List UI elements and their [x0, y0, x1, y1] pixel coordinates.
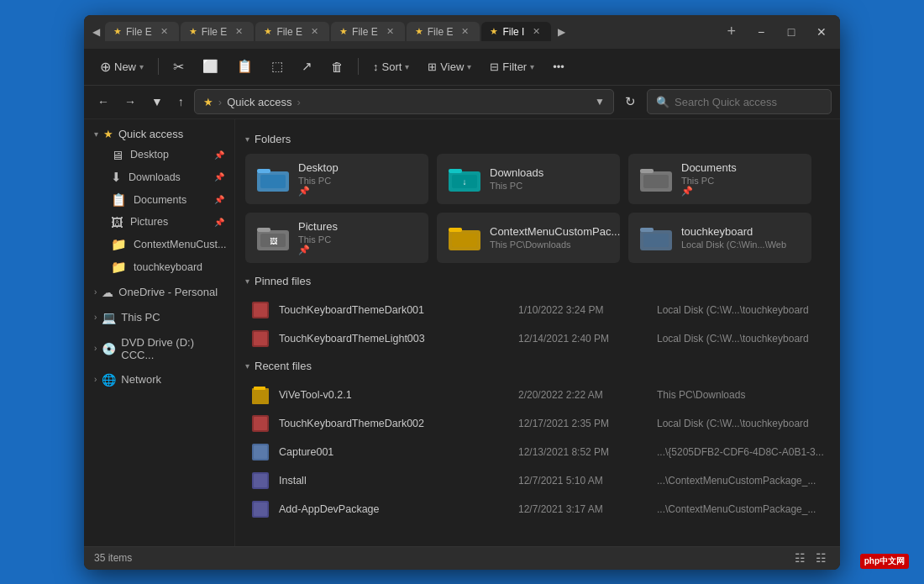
tab-6-close[interactable]: ✕ — [530, 25, 543, 38]
dvd-label: DVD Drive (D:) CCC... — [121, 336, 224, 361]
recent-file-row-1[interactable]: ViVeTool-v0.2.1 2/20/2022 2:22 AM This P… — [245, 381, 830, 409]
tab-1-close[interactable]: ✕ — [158, 25, 171, 38]
close-button[interactable]: ✕ — [806, 18, 837, 45]
tab-star-icon: ★ — [189, 26, 197, 37]
downloads-icon: ⬇ — [111, 170, 122, 185]
sidebar-item-documents[interactable]: 📋 Documents 📌 — [87, 189, 231, 211]
svg-rect-25 — [254, 387, 265, 390]
folder-documents-name: Documents — [681, 161, 801, 174]
cut-button[interactable]: ✂ — [165, 55, 192, 79]
quick-access-header[interactable]: ▾ ★ Quick access — [87, 124, 231, 144]
tab-4-label: File E — [352, 26, 378, 38]
folders-section-header[interactable]: ▾ Folders — [245, 133, 830, 145]
search-input[interactable] — [675, 96, 822, 108]
maximize-button[interactable]: □ — [776, 18, 806, 45]
pinned-file-row-2[interactable]: TouchKeyboardThemeLight003 12/14/2021 2:… — [245, 324, 830, 353]
list-view-button[interactable]: ☷ — [791, 550, 809, 566]
dvd-section: › 💿 DVD Drive (D:) CCC... — [84, 332, 234, 366]
folder-downloads[interactable]: ↓ Downloads This PC — [437, 154, 620, 204]
pinned-section-header[interactable]: ▾ Pinned files — [245, 275, 830, 287]
chevron-right-icon: › — [94, 375, 97, 384]
status-items-count: 35 items — [94, 552, 132, 564]
sidebar-item-contextmenu[interactable]: 📁 ContextMenuCust... — [87, 234, 231, 255]
cut-icon: ✂ — [173, 59, 184, 75]
new-tab-button[interactable]: + — [720, 21, 743, 42]
tab-2-label: File E — [202, 26, 228, 38]
tab-2[interactable]: ★ File E ✕ — [181, 22, 255, 41]
pinned-file-row-1[interactable]: TouchKeyboardThemeDark001 1/10/2022 3:24… — [245, 296, 830, 324]
recent-section-header[interactable]: ▾ Recent files — [245, 360, 830, 372]
thispc-header[interactable]: › 💻 This PC — [87, 307, 231, 329]
minimize-button[interactable]: − — [746, 18, 776, 45]
recent-file-row-5[interactable]: Add-AppDevPackage 12/7/2021 3:17 AM ...\… — [245, 495, 830, 523]
tab-5-close[interactable]: ✕ — [459, 25, 471, 38]
rename-button[interactable]: ⬚ — [264, 55, 291, 78]
filter-button[interactable]: ⊟ Filter ▾ — [482, 56, 542, 77]
up-button[interactable]: ↑ — [173, 92, 189, 112]
computer-icon: 💻 — [102, 311, 116, 324]
tab-3-close[interactable]: ✕ — [308, 25, 321, 38]
window-controls: − □ ✕ — [746, 18, 837, 45]
network-header[interactable]: › 🌐 Network — [87, 369, 231, 391]
address-star-icon: ★ — [203, 96, 213, 108]
sort-button[interactable]: ↕ Sort ▾ — [365, 56, 417, 77]
sidebar-item-pictures[interactable]: 🖼 Pictures 📌 — [87, 212, 231, 233]
recent-file-row-3[interactable]: Capture001 12/13/2021 8:52 PM ...\{5205D… — [245, 438, 830, 466]
recent-button[interactable]: ▼ — [146, 92, 168, 112]
recent-file-row-4[interactable]: Install 12/7/2021 5:10 AM ...\ContextMen… — [245, 466, 830, 495]
sidebar-item-desktop-label: Desktop — [130, 149, 169, 160]
new-button[interactable]: ⊕ New ▾ — [92, 55, 151, 79]
sort-icon: ↕ — [373, 61, 379, 73]
more-button[interactable]: ••• — [545, 56, 572, 77]
copy-icon: ⬜ — [202, 59, 218, 74]
tab-4-close[interactable]: ✕ — [384, 25, 396, 38]
address-bar[interactable]: ★ › Quick access › ▼ — [194, 89, 614, 114]
tab-3[interactable]: ★ File E ✕ — [255, 22, 329, 41]
tab-scroll-left[interactable]: ◀ — [87, 23, 105, 41]
dvd-header[interactable]: › 💿 DVD Drive (D:) CCC... — [87, 332, 231, 366]
tab-5[interactable]: ★ File E ✕ — [407, 22, 480, 41]
svg-rect-23 — [254, 332, 267, 345]
tab-scroll-right[interactable]: ▶ — [553, 23, 570, 41]
folder-icon: 📁 — [111, 237, 127, 252]
quick-access-section: ▾ ★ Quick access 🖥 Desktop 📌 ⬇ Downloads… — [84, 124, 234, 278]
folder-documents[interactable]: Documents This PC 📌 — [628, 154, 811, 204]
tab-1[interactable]: ★ File E ✕ — [105, 22, 179, 41]
folder-pictures[interactable]: 🖼 Pictures This PC 📌 — [245, 213, 428, 263]
grid-view-button[interactable]: ☷ — [812, 550, 830, 566]
plus-icon: ⊕ — [100, 59, 111, 75]
copy-button[interactable]: ⬜ — [195, 55, 226, 78]
address-row: ← → ▼ ↑ ★ › Quick access › ▼ ↻ 🔍 — [84, 86, 840, 119]
pin-icon: 📌 — [214, 218, 224, 227]
onedrive-header[interactable]: › ☁ OneDrive - Personal — [87, 281, 231, 303]
address-sep-1: › — [218, 96, 222, 108]
delete-button[interactable]: 🗑 — [323, 55, 351, 78]
new-label: New — [114, 61, 136, 73]
sidebar-item-touchkeyboard[interactable]: 📁 touchkeyboard — [87, 256, 231, 278]
pinned-file-2-date: 12/14/2021 2:40 PM — [518, 333, 648, 345]
view-button[interactable]: ⊞ View ▾ — [420, 56, 479, 77]
view-icon: ⊞ — [428, 61, 437, 73]
svg-text:↓: ↓ — [463, 177, 467, 187]
tab-6-active[interactable]: ★ File I ✕ — [481, 22, 551, 41]
sidebar-item-downloads[interactable]: ⬇ Downloads 📌 — [87, 166, 231, 188]
paste-button[interactable]: 📋 — [229, 55, 260, 78]
recent-file-row-2[interactable]: TouchKeyboardThemeDark002 12/17/2021 2:3… — [245, 409, 830, 438]
tab-4[interactable]: ★ File E ✕ — [331, 22, 405, 41]
back-button[interactable]: ← — [92, 92, 114, 112]
refresh-button[interactable]: ↻ — [619, 91, 642, 113]
address-dropdown[interactable]: ▼ — [595, 96, 605, 108]
forward-button[interactable]: → — [119, 92, 141, 112]
folder-desktop[interactable]: Desktop This PC 📌 — [245, 154, 428, 204]
toolbar-separator — [158, 58, 159, 75]
share-button[interactable]: ↗ — [294, 55, 320, 78]
tab-2-close[interactable]: ✕ — [233, 25, 245, 38]
recent-file-3-location: ...\{5205DFB2-CDF6-4D8C-A0B1-3... — [657, 446, 825, 458]
file-icon — [250, 300, 270, 320]
folder-touchkeyboard[interactable]: touchkeyboard Local Disk (C:\Win...\Web — [628, 213, 811, 263]
recent-file-3-name: Capture001 — [279, 446, 510, 458]
folder-contextmenu[interactable]: ContextMenuCustomPac... This PC\Download… — [437, 213, 620, 263]
share-icon: ↗ — [302, 59, 312, 74]
sidebar-item-desktop[interactable]: 🖥 Desktop 📌 — [87, 145, 231, 166]
pin-icon: 📌 — [681, 186, 801, 197]
